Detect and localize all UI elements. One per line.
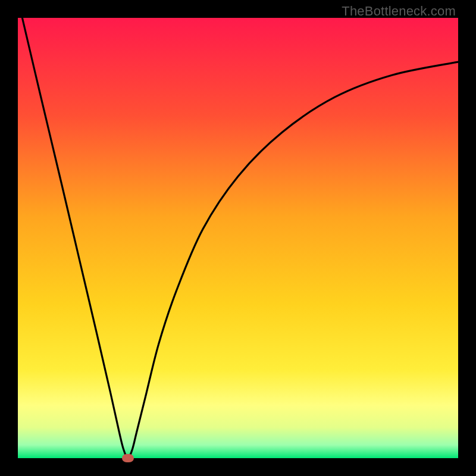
chart-frame [18,18,458,458]
optimal-point-marker [122,454,134,462]
watermark-text: TheBottleneck.com [342,4,456,19]
gradient-background [18,18,458,458]
bottleneck-chart [18,18,458,458]
